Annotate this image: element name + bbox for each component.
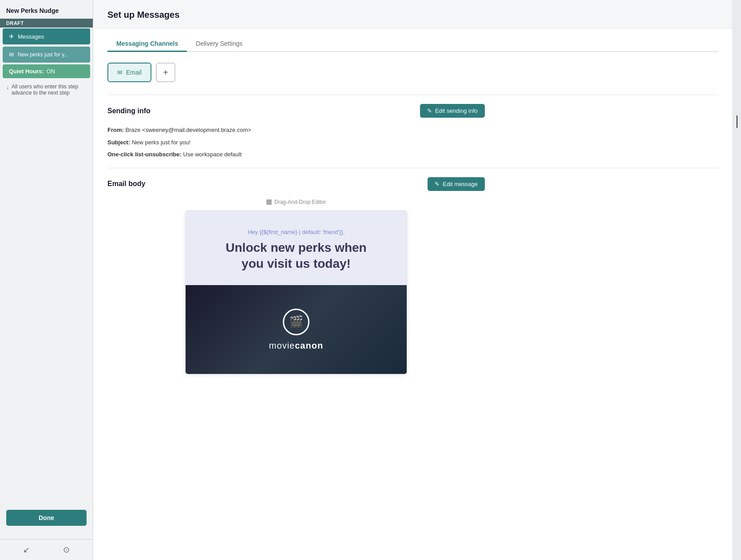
sending-info-header: Sending info ✎ Edit sending info	[107, 104, 485, 118]
help-icon[interactable]: ⊙	[63, 545, 70, 555]
section-divider-2	[107, 168, 718, 168]
from-label: From:	[107, 127, 124, 133]
sidebar-item-messages[interactable]: ✈ Messages	[3, 28, 90, 44]
unsubscribe-label: One-click list-unsubscribe:	[107, 151, 182, 158]
email-preview-image: 🎬 moviecanon	[186, 285, 407, 374]
quiet-hours-value: ON	[47, 68, 55, 75]
add-channel-button[interactable]: +	[156, 63, 175, 82]
sidebar-quiet-hours[interactable]: Quiet Hours: ON	[3, 64, 90, 78]
from-row: From: Braze <sweeney@mail.development.br…	[107, 126, 485, 135]
film-icon: 🎬	[283, 309, 309, 335]
email-body-header: Email body ✎ Edit message	[107, 177, 485, 191]
sidebar-item-new-perks[interactable]: ✉ New perks just for y...	[3, 47, 90, 63]
expand-icon[interactable]: ↙	[23, 545, 30, 555]
unsubscribe-value: Use workspace default	[183, 151, 242, 158]
email-body-title: Email body	[107, 180, 145, 188]
sending-info-section: Sending info ✎ Edit sending info From: B…	[107, 104, 485, 159]
unsubscribe-row: One-click list-unsubscribe: Use workspac…	[107, 150, 485, 159]
sidebar-title: New Perks Nudge	[0, 0, 93, 19]
subject-value: New perks just for you!	[132, 139, 190, 146]
text-cursor	[737, 115, 737, 128]
headline-line2: you visit us today!	[242, 257, 351, 270]
sidebar-advance-note: ↓ All users who enter this step advance …	[0, 79, 93, 100]
sidebar-sub-label: New perks just for y...	[18, 52, 68, 58]
tab-bar: Messaging Channels Delivery Settings	[107, 28, 718, 52]
quiet-hours-label: Quiet Hours:	[9, 68, 44, 75]
email-headline: Unlock new perks when you visit us today…	[199, 240, 393, 272]
subject-label: Subject:	[107, 139, 130, 146]
sidebar-draft-label: DRAFT	[0, 19, 93, 28]
email-body-section: Email body ✎ Edit message Drag-And-Drop …	[107, 177, 485, 375]
headline-line1: Unlock new perks when	[226, 241, 366, 254]
sending-info-title: Sending info	[107, 107, 151, 115]
brand-bold: canon	[295, 341, 323, 350]
sidebar-item-label: Messages	[18, 33, 44, 40]
email-channel-label: Email	[126, 69, 142, 76]
email-channel-button[interactable]: ✉ Email	[107, 63, 151, 82]
done-button[interactable]: Done	[6, 510, 87, 526]
from-value: Braze <sweeney@mail.development.braze.co…	[125, 127, 251, 133]
dnd-icon	[266, 199, 272, 205]
film-reel-icon: 🎬	[289, 315, 303, 329]
dnd-label: Drag-And-Drop Editor	[107, 199, 485, 205]
tab-delivery-settings[interactable]: Delivery Settings	[187, 36, 251, 52]
email-preview-top: Hey {{${first_name} | default: 'friend'}…	[186, 211, 407, 286]
edit-message-button[interactable]: ✎ Edit message	[428, 177, 485, 191]
messages-icon: ✈	[9, 33, 14, 40]
page-title: Set up Messages	[107, 10, 718, 20]
advance-arrow-icon: ↓	[6, 84, 9, 91]
email-preview-card: Hey {{${first_name} | default: 'friend'}…	[185, 210, 407, 375]
tab-messaging-channels[interactable]: Messaging Channels	[107, 36, 187, 52]
edit-sending-icon: ✎	[427, 107, 432, 114]
sidebar: New Perks Nudge DRAFT ✈ Messages ✉ New p…	[0, 0, 93, 560]
sidebar-bottom-bar: ↙ ⊙	[0, 539, 93, 560]
cursor-area	[732, 0, 741, 560]
edit-message-label: Edit message	[443, 181, 478, 187]
email-channel-icon: ✉	[117, 69, 123, 76]
edit-message-icon: ✎	[435, 181, 440, 187]
dnd-label-text: Drag-And-Drop Editor	[274, 199, 326, 205]
edit-sending-label: Edit sending info	[435, 107, 478, 114]
advance-note-text: All users who enter this step advance to…	[12, 83, 87, 96]
main-header: Set up Messages	[93, 0, 732, 28]
channel-section: ✉ Email +	[107, 63, 718, 82]
subject-row: Subject: New perks just for you!	[107, 138, 485, 147]
edit-sending-info-button[interactable]: ✎ Edit sending info	[420, 104, 485, 118]
section-divider-1	[107, 95, 718, 95]
main-panel: Set up Messages Messaging Channels Deliv…	[93, 0, 732, 560]
brand-regular: movie	[269, 341, 295, 350]
email-sub-icon: ✉	[9, 51, 14, 58]
brand-name: moviecanon	[269, 341, 323, 351]
main-content: Messaging Channels Delivery Settings ✉ E…	[93, 28, 732, 374]
email-greeting: Hey {{${first_name} | default: 'friend'}…	[199, 229, 393, 235]
